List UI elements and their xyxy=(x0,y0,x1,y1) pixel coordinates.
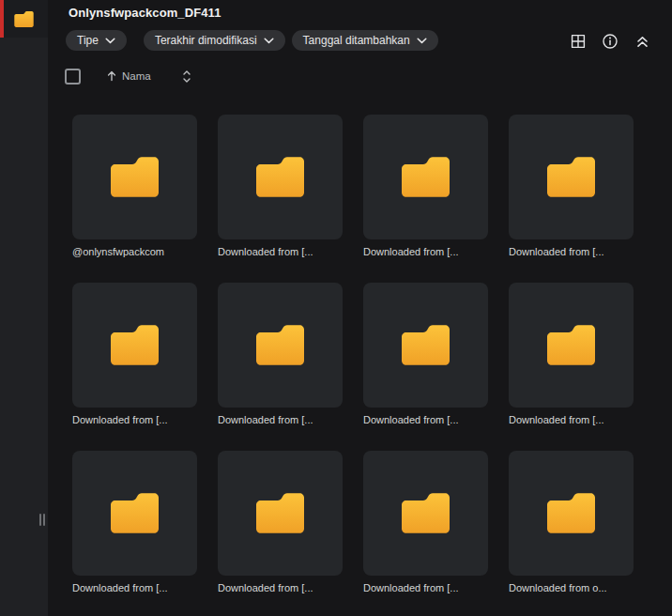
grid-view-icon xyxy=(570,33,587,50)
filter-chip-label: Tipe xyxy=(77,34,99,47)
filter-chip-bar: Tipe Terakhir dimodifikasi Tanggal ditam… xyxy=(66,30,445,51)
folder-card[interactable]: Downloaded from [... xyxy=(218,451,343,594)
sidebar-resize-handle[interactable] xyxy=(39,513,47,526)
unfold-more-icon xyxy=(181,69,192,84)
folder-grid: @onlynsfwpackcom Downloaded from [... Do xyxy=(72,115,634,594)
list-controls: Nama xyxy=(65,68,192,85)
select-all-checkbox[interactable] xyxy=(65,69,81,85)
folder-icon xyxy=(402,493,450,533)
folder-name: Downloaded from [... xyxy=(218,581,343,594)
collapse-button[interactable] xyxy=(632,31,652,52)
folder-tile[interactable] xyxy=(72,115,197,239)
folder-icon xyxy=(14,11,34,27)
header-actions xyxy=(568,31,652,52)
filter-chip[interactable]: Terakhir dimodifikasi xyxy=(144,30,285,51)
folder-tile[interactable] xyxy=(218,115,343,239)
folder-icon xyxy=(402,325,450,365)
folder-name: @onlynsfwpackcom xyxy=(72,245,197,258)
page-title: Onlynsfwpackcom_DF411 xyxy=(69,6,221,20)
folder-tile[interactable] xyxy=(363,115,488,239)
folder-name: Downloaded from [... xyxy=(72,581,197,594)
arrow-up-icon xyxy=(106,70,117,82)
chevron-down-icon xyxy=(105,38,115,44)
folder-tile[interactable] xyxy=(72,451,197,576)
folder-icon xyxy=(111,157,159,197)
active-indicator xyxy=(0,0,4,38)
folder-name: Downloaded from [... xyxy=(218,245,343,258)
folder-tile[interactable] xyxy=(363,451,488,576)
folder-card[interactable]: Downloaded from [... xyxy=(363,451,488,594)
folder-card[interactable]: Downloaded from [... xyxy=(72,451,197,594)
folder-icon xyxy=(402,157,450,197)
folder-name: Downloaded from [... xyxy=(509,413,634,426)
folder-card[interactable]: Downloaded from [... xyxy=(72,283,197,426)
folder-tile[interactable] xyxy=(218,283,343,408)
folder-name: Downloaded from [... xyxy=(509,245,634,258)
folder-tile[interactable] xyxy=(72,283,197,408)
main-panel: Onlynsfwpackcom_DF411 Tipe Terakhir dimo… xyxy=(48,0,672,616)
folder-tile[interactable] xyxy=(218,451,343,576)
info-icon xyxy=(602,33,619,50)
folder-card[interactable]: Downloaded from [... xyxy=(363,283,488,426)
folder-icon xyxy=(256,493,304,533)
folder-icon xyxy=(111,493,159,533)
sort-by-name[interactable]: Nama xyxy=(106,70,151,82)
filter-chip[interactable]: Tipe xyxy=(66,30,127,51)
sidebar xyxy=(0,0,48,616)
info-button[interactable] xyxy=(600,31,620,52)
filter-chip[interactable]: Tanggal ditambahkan xyxy=(292,30,438,51)
folder-name: Downloaded from [... xyxy=(363,581,488,594)
chevron-down-icon xyxy=(417,38,427,44)
chevron-down-icon xyxy=(264,38,274,44)
folder-card[interactable]: Downloaded from [... xyxy=(218,115,343,258)
grid-view-button[interactable] xyxy=(568,31,588,52)
folder-tile[interactable] xyxy=(509,283,634,408)
folder-icon xyxy=(547,493,595,533)
folder-icon xyxy=(547,157,595,197)
folder-card[interactable]: Downloaded from [... xyxy=(509,115,634,258)
folder-card[interactable]: Downloaded from [... xyxy=(218,283,343,426)
folder-card[interactable]: Downloaded from [... xyxy=(509,283,634,426)
folder-tile[interactable] xyxy=(509,115,634,239)
sort-direction-toggle[interactable] xyxy=(181,69,192,84)
folder-name: Downloaded from [... xyxy=(218,413,343,426)
folder-icon xyxy=(111,325,159,365)
sort-label: Nama xyxy=(122,70,151,82)
folder-card[interactable]: Downloaded from o... xyxy=(509,451,634,594)
folder-name: Downloaded from [... xyxy=(72,413,197,426)
filter-chip-label: Tanggal ditambahkan xyxy=(303,34,410,47)
double-chevron-up-icon xyxy=(635,35,649,49)
folder-name: Downloaded from [... xyxy=(363,245,488,258)
folder-tile[interactable] xyxy=(363,283,488,408)
folder-icon xyxy=(547,325,595,365)
sidebar-item-active[interactable] xyxy=(0,0,48,38)
folder-name: Downloaded from [... xyxy=(363,413,488,426)
folder-icon xyxy=(256,325,304,365)
folder-card[interactable]: @onlynsfwpackcom xyxy=(72,115,197,258)
folder-tile[interactable] xyxy=(509,451,634,576)
folder-card[interactable]: Downloaded from [... xyxy=(363,115,488,258)
folder-name: Downloaded from o... xyxy=(509,581,634,594)
filter-chip-label: Terakhir dimodifikasi xyxy=(155,34,257,47)
folder-icon xyxy=(256,157,304,197)
